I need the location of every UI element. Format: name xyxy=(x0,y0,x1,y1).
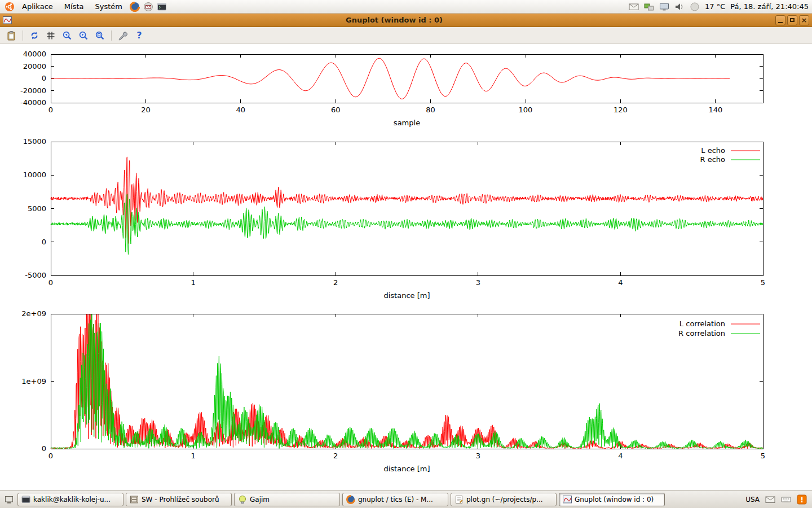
zoom-autoscale-button[interactable] xyxy=(93,29,107,42)
taskbar-item-terminal[interactable]: kaklik@kaklik-kolej-u... xyxy=(17,493,123,506)
svg-text:20: 20 xyxy=(141,106,151,114)
weather-icon[interactable] xyxy=(690,2,700,12)
toolbar-separator xyxy=(111,30,112,41)
maximize-button[interactable] xyxy=(787,15,797,25)
taskbar-item-label: SW - Prohlížeč souborů xyxy=(142,496,219,503)
svg-text:-20000: -20000 xyxy=(20,86,46,95)
taskbar-item-file-manager[interactable]: SW - Prohlížeč souborů xyxy=(126,493,232,506)
bottom-taskbar: kaklik@kaklik-kolej-u... SW - Prohlížeč … xyxy=(0,490,812,508)
panel-tray: 17 °C Pá, 18. září, 21:40:45 xyxy=(629,2,809,12)
svg-text:2: 2 xyxy=(333,452,338,460)
taskbar-tray: USA xyxy=(745,494,809,505)
keyboard-layout-indicator[interactable]: USA xyxy=(745,496,760,503)
svg-text:10000: 10000 xyxy=(23,170,46,179)
show-desktop-button[interactable] xyxy=(3,493,15,506)
temperature-label[interactable]: 17 °C xyxy=(705,2,725,11)
update-notifier-icon[interactable] xyxy=(797,494,807,505)
chart-echo-signals[interactable]: 012345-5000050001000015000distance [m]L … xyxy=(0,138,812,303)
svg-text:4: 4 xyxy=(618,278,623,287)
firefox-launcher-icon[interactable] xyxy=(129,1,141,13)
zoom-previous-button[interactable] xyxy=(60,29,74,42)
mail-notification-icon[interactable] xyxy=(629,2,639,12)
terminal-launcher-icon[interactable] xyxy=(156,1,168,13)
text-editor-icon xyxy=(454,495,464,504)
gnuplot-window-icon xyxy=(3,15,13,25)
svg-text:1e+09: 1e+09 xyxy=(21,377,46,386)
help-icon: ? xyxy=(136,30,142,41)
panel-left: Aplikace Místa Systém xyxy=(3,0,168,13)
gnuplot-window: Gnuplot (window id : 0) × xyxy=(0,14,812,490)
menu-applications[interactable]: Aplikace xyxy=(17,0,58,13)
taskbar-item-label: kaklik@kaklik-kolej-u... xyxy=(33,496,111,503)
network-status-icon[interactable] xyxy=(644,2,654,12)
svg-text:distance [m]: distance [m] xyxy=(383,291,430,300)
svg-text:0: 0 xyxy=(48,106,53,114)
window-title: Gnuplot (window id : 0) xyxy=(13,16,775,24)
menu-system[interactable]: Systém xyxy=(90,0,127,13)
toggle-grid-button[interactable] xyxy=(44,29,58,42)
svg-text:R correlation: R correlation xyxy=(678,329,725,338)
zoom-autoscale-icon xyxy=(94,30,105,41)
replot-button[interactable] xyxy=(28,29,41,42)
svg-text:0: 0 xyxy=(48,278,53,287)
taskbar-item-gajim[interactable]: Gajim xyxy=(234,493,340,506)
svg-text:15000: 15000 xyxy=(23,138,46,146)
svg-text:40000: 40000 xyxy=(23,50,46,58)
clock-label[interactable]: Pá, 18. září, 21:40:45 xyxy=(730,2,809,11)
svg-text:80: 80 xyxy=(426,106,435,114)
maximize-icon xyxy=(790,18,795,22)
settings-button[interactable] xyxy=(116,29,130,42)
close-button[interactable]: × xyxy=(799,15,809,25)
file-manager-icon xyxy=(130,495,139,504)
show-desktop-icon xyxy=(5,495,14,504)
taskbar-item-label: Gnuplot (window id : 0) xyxy=(575,496,654,503)
taskbar-item-editor[interactable]: plot.gn (~/projects/p... xyxy=(451,493,557,506)
gnome-top-panel: Aplikace Místa Systém xyxy=(0,0,812,14)
zoom-previous-icon xyxy=(61,30,73,41)
svg-text:3: 3 xyxy=(476,452,480,460)
firefox-icon xyxy=(346,495,355,504)
svg-text:5: 5 xyxy=(761,278,765,287)
taskbar-item-label: Gajim xyxy=(250,496,270,503)
mail-tray-icon[interactable] xyxy=(765,494,775,505)
zoom-next-icon xyxy=(78,30,89,41)
svg-text:L echo: L echo xyxy=(701,146,725,155)
svg-text:-40000: -40000 xyxy=(20,98,46,107)
grid-icon xyxy=(45,30,56,41)
zoom-next-button[interactable] xyxy=(77,29,90,42)
svg-text:L correlation: L correlation xyxy=(679,319,725,328)
replot-refresh-icon xyxy=(29,30,40,41)
svg-text:-5000: -5000 xyxy=(25,271,46,279)
taskbar-item-label: gnuplot / tics (E) - M... xyxy=(358,496,433,503)
display-session-icon[interactable] xyxy=(659,2,669,12)
copy-to-clipboard-button[interactable] xyxy=(5,29,18,42)
gnuplot-toolbar: ? xyxy=(0,27,812,44)
volume-icon[interactable] xyxy=(674,2,685,12)
mail-launcher-icon[interactable] xyxy=(142,1,155,13)
titlebar[interactable]: Gnuplot (window id : 0) × xyxy=(0,14,812,27)
svg-text:4: 4 xyxy=(618,452,623,460)
svg-text:0: 0 xyxy=(48,452,53,460)
keyboard-tray-icon[interactable] xyxy=(781,494,791,505)
terminal-icon xyxy=(21,495,30,504)
minimize-button[interactable] xyxy=(775,15,785,25)
svg-text:R echo: R echo xyxy=(700,155,725,164)
help-button[interactable]: ? xyxy=(133,29,146,42)
svg-text:5000: 5000 xyxy=(28,204,46,213)
clipboard-icon xyxy=(6,30,17,41)
svg-text:5: 5 xyxy=(761,452,765,460)
chart-chirp-sample[interactable]: 020406080100120140-40000-200000200004000… xyxy=(0,47,812,132)
plot-canvas: 020406080100120140-40000-200000200004000… xyxy=(0,44,812,490)
svg-text:distance [m]: distance [m] xyxy=(383,465,430,473)
chart-correlation[interactable]: 01234501e+092e+09distance [m]L correlati… xyxy=(0,310,812,480)
svg-text:0: 0 xyxy=(42,444,46,453)
ubuntu-menu-icon[interactable] xyxy=(3,1,16,13)
svg-text:40: 40 xyxy=(236,106,246,114)
taskbar-item-gnuplot[interactable]: Gnuplot (window id : 0) xyxy=(559,493,665,506)
taskbar-item-label: plot.gn (~/projects/p... xyxy=(466,496,543,503)
taskbar-item-firefox[interactable]: gnuplot / tics (E) - M... xyxy=(342,493,448,506)
svg-text:60: 60 xyxy=(331,106,341,114)
ubuntu-logo-icon xyxy=(5,2,15,12)
minimize-icon xyxy=(778,22,783,23)
menu-places[interactable]: Místa xyxy=(59,0,89,13)
